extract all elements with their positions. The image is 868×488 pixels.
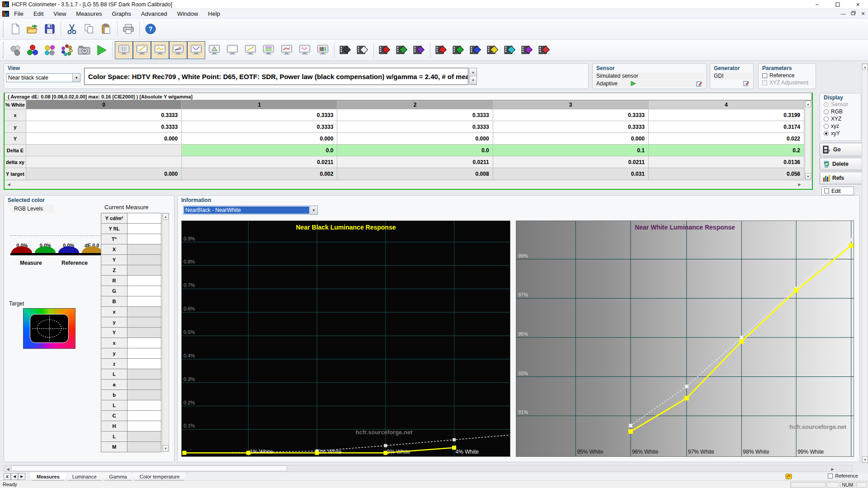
reference-checkbox[interactable]: Reference — [759, 72, 816, 79]
grid-horizontal-scrollbar[interactable]: ◀ ▶ — [5, 180, 812, 188]
refs-button[interactable]: Refs — [820, 172, 862, 184]
film-purple-glow-icon[interactable] — [410, 42, 428, 59]
gamma-curve-icon[interactable] — [151, 41, 169, 59]
nearblack-curve-icon[interactable] — [187, 41, 205, 59]
menu-window[interactable]: Window — [172, 9, 203, 18]
toolbar-grip[interactable] — [3, 21, 5, 37]
spectrum-lines-icon[interactable] — [259, 41, 278, 59]
film-purple-icon[interactable] — [519, 42, 536, 59]
graph-selector[interactable]: NearBlack - NearWhite ▼ — [183, 206, 318, 215]
chevron-down-icon[interactable]: ▼ — [72, 74, 80, 82]
scroll-down-icon[interactable]: ▼ — [163, 445, 169, 451]
column-header[interactable]: 4 — [649, 100, 804, 109]
value-cell[interactable]: 0.0 — [182, 145, 337, 156]
menu-edit[interactable]: Edit — [28, 9, 48, 18]
value-cell[interactable]: 0.008 — [337, 168, 493, 180]
display-option-xyz[interactable]: XYZ — [820, 115, 861, 122]
value-cell[interactable]: 0.000 — [337, 133, 493, 145]
camera-icon[interactable] — [75, 42, 93, 59]
value-cell[interactable]: 0.3199 — [649, 109, 804, 121]
color-ring-icon[interactable] — [58, 42, 75, 59]
right-vertical-scrollbar[interactable]: ▲ ▼ — [862, 63, 868, 463]
value-cell[interactable]: 0.056 — [649, 168, 804, 180]
column-header[interactable]: 2 — [337, 100, 493, 109]
tab-close-button[interactable]: X — [4, 473, 11, 480]
value-cell[interactable]: 0.1 — [493, 145, 649, 156]
value-cell[interactable]: 0.0211 — [493, 156, 649, 168]
measure-line-icon[interactable] — [241, 41, 259, 59]
value-cell[interactable]: 0.031 — [493, 168, 649, 180]
value-cell[interactable]: 0.002 — [182, 168, 337, 180]
scroll-left-icon[interactable]: ◀ — [5, 466, 11, 472]
film-white-icon[interactable] — [354, 42, 371, 59]
grid-vertical-scrollbar[interactable]: ▲ ▼ — [805, 100, 811, 180]
display-option-xyy[interactable]: xyY — [820, 130, 861, 137]
scroll-down-icon[interactable]: ▼ — [862, 456, 868, 463]
about-icon[interactable]: ? — [142, 20, 159, 38]
value-cell[interactable]: 0.000 — [493, 133, 649, 145]
bottom-horizontal-scrollbar[interactable]: ◀ ▶ — [4, 465, 853, 472]
noise-wave-icon[interactable] — [296, 41, 314, 59]
open-file-icon[interactable] — [24, 20, 41, 38]
scale-select[interactable]: Near black scale ▼ — [6, 73, 80, 82]
value-cell[interactable]: 0.000 — [26, 168, 182, 180]
delete-button[interactable]: Delete — [820, 158, 862, 170]
value-cell[interactable]: 0.000 — [182, 133, 337, 145]
value-cell[interactable]: 0.0 — [337, 145, 493, 156]
film-cyan-icon[interactable] — [501, 42, 519, 59]
menu-file[interactable]: File — [9, 9, 28, 18]
value-cell[interactable]: 0.3333 — [493, 121, 649, 133]
info-spinner[interactable]: ▲▼ — [469, 68, 477, 85]
sensor-run-icon[interactable] — [630, 81, 637, 86]
rgb-curves-icon[interactable] — [169, 41, 187, 59]
value-cell[interactable] — [26, 145, 182, 156]
tab-prev-button[interactable]: ◀ — [11, 473, 18, 480]
film-redgreen2-icon[interactable] — [393, 42, 410, 59]
value-cell[interactable]: 0.3333 — [493, 109, 649, 121]
tab-gamma[interactable]: Gamma — [102, 473, 135, 480]
tab-measures[interactable]: Measures — [29, 473, 67, 480]
edit-checkbox[interactable]: Edit — [821, 187, 854, 195]
film-blue-icon[interactable] — [467, 42, 484, 59]
film-black-icon[interactable] — [337, 42, 354, 59]
value-cell[interactable]: 0.0136 — [649, 156, 804, 168]
luminance-curve-icon[interactable] — [133, 41, 151, 59]
scroll-up-icon[interactable]: ▲ — [805, 101, 811, 107]
sensor-settings-icon[interactable] — [696, 81, 703, 87]
value-cell[interactable]: 0.3333 — [337, 109, 493, 121]
display-option-rgb[interactable]: RGB — [820, 108, 861, 115]
primary-colors-icon[interactable] — [24, 42, 41, 59]
film-yellow-icon[interactable] — [484, 42, 501, 59]
reference-tab-checkbox[interactable]: Reference — [824, 473, 862, 479]
value-cell[interactable]: 0.0211 — [337, 156, 493, 168]
red-curve-icon[interactable] — [278, 41, 296, 59]
display-option-sensor[interactable]: Sensor — [820, 101, 861, 108]
film-red-icon[interactable] — [433, 42, 450, 59]
toolbar-grip[interactable] — [3, 42, 5, 58]
close-button[interactable]: × — [848, 0, 868, 9]
menu-view[interactable]: View — [48, 9, 71, 18]
scroll-up-icon[interactable]: ▲ — [862, 64, 868, 70]
column-header[interactable]: 3 — [493, 100, 649, 109]
value-cell[interactable]: 0.000 — [26, 133, 182, 145]
scroll-left-icon[interactable]: ◀ — [5, 181, 12, 188]
tab-color-temperature[interactable]: Color temperature — [132, 473, 188, 480]
minimize-button[interactable]: – — [807, 0, 827, 9]
run-measure-icon[interactable] — [93, 42, 110, 59]
cut-icon[interactable] — [63, 20, 80, 38]
chevron-down-icon[interactable]: ▼ — [310, 206, 317, 214]
blank-view-icon[interactable] — [223, 41, 241, 59]
copy-icon[interactable] — [80, 20, 98, 38]
value-cell[interactable]: 0.3333 — [182, 121, 337, 133]
column-header[interactable]: 1 — [182, 100, 337, 109]
scroll-right-icon[interactable]: ▶ — [796, 181, 803, 188]
value-cell[interactable]: 0.2 — [649, 145, 804, 156]
scrollbar-thumb[interactable] — [11, 465, 287, 471]
mdi-system-icon[interactable] — [2, 11, 9, 17]
gamut-icon[interactable] — [205, 41, 223, 59]
paste-icon[interactable] — [98, 20, 115, 38]
value-cell[interactable]: 0.3333 — [337, 121, 493, 133]
value-cell[interactable]: 0.3333 — [26, 109, 182, 121]
value-cell[interactable]: 0.022 — [649, 133, 804, 145]
mdi-restore-icon[interactable] — [848, 11, 858, 16]
